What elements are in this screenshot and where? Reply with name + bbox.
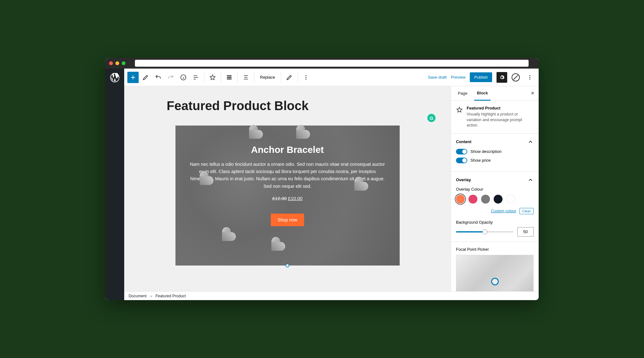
toggle-label: Show price [470, 158, 491, 163]
settings-button[interactable] [497, 72, 507, 83]
svg-point-7 [305, 79, 306, 80]
redo-icon[interactable] [165, 72, 176, 83]
colour-swatch[interactable] [456, 195, 465, 204]
product-image-decor [222, 231, 243, 252]
wp-admin-bar [105, 69, 124, 300]
align-full-icon[interactable] [224, 72, 235, 83]
page-title[interactable]: Featured Product Block [167, 99, 451, 113]
info-icon[interactable] [178, 72, 189, 83]
url-bar[interactable] [135, 60, 529, 67]
focal-point-label: Focal Point Picker [456, 247, 534, 252]
content-section-toggle[interactable]: Content [456, 139, 534, 145]
browser-window: Replace Save draft Preview Publish [105, 58, 539, 300]
colour-swatch[interactable] [481, 195, 490, 204]
maximize-window-icon[interactable] [122, 61, 125, 65]
svg-point-5 [305, 75, 306, 76]
minimize-window-icon[interactable] [115, 61, 119, 65]
titlebar [105, 58, 539, 69]
featured-product-block[interactable]: Anchor Bracelet Nam nec tellus a odio ti… [175, 126, 400, 266]
tab-block[interactable]: Block [474, 86, 490, 101]
opacity-label: Background Opacity [456, 220, 534, 225]
wordpress-logo-icon[interactable] [110, 73, 119, 82]
show-description-toggle[interactable] [456, 149, 467, 154]
add-block-button[interactable] [127, 72, 139, 83]
svg-point-10 [530, 79, 530, 80]
editor-toolbar: Replace Save draft Preview Publish [124, 69, 539, 86]
svg-rect-2 [227, 75, 232, 76]
preview-button[interactable]: Preview [451, 75, 465, 80]
shop-now-button[interactable]: Shop now [271, 214, 304, 226]
breadcrumb-root[interactable]: Document [129, 294, 147, 298]
colour-swatches [456, 195, 534, 204]
product-price: £12.00 £10.00 [272, 196, 303, 201]
breadcrumb-current[interactable]: Featured Product [155, 294, 186, 298]
align-text-icon[interactable] [240, 72, 252, 83]
show-price-toggle[interactable] [456, 158, 467, 163]
breadcrumb: Document → Featured Product [124, 291, 539, 300]
colour-swatch[interactable] [506, 195, 515, 204]
opacity-slider[interactable] [456, 231, 514, 232]
focal-point-picker[interactable] [456, 255, 534, 292]
editor-canvas[interactable]: Featured Product Block G Anchor Bracelet… [124, 86, 451, 291]
window-controls [109, 61, 125, 65]
outline-icon[interactable] [190, 72, 202, 83]
product-image-decor [271, 241, 292, 262]
block-info: Featured Product Visually highlight a pr… [456, 106, 534, 128]
colour-swatch[interactable] [469, 195, 477, 204]
svg-point-8 [530, 75, 530, 76]
arrow-icon: → [149, 294, 153, 298]
edit-pencil-icon[interactable] [284, 72, 295, 83]
star-icon [456, 106, 463, 113]
save-draft-button[interactable]: Save draft [428, 75, 447, 80]
publish-button[interactable]: Publish [470, 72, 492, 82]
overlay-colour-label: Overlay Colour [456, 187, 534, 192]
replace-button[interactable]: Replace [257, 75, 278, 80]
svg-point-9 [530, 77, 530, 78]
close-sidebar-icon[interactable]: × [531, 90, 534, 97]
overlay-section-toggle[interactable]: Overlay [456, 177, 534, 183]
focal-point-handle[interactable] [491, 278, 499, 285]
svg-rect-3 [227, 77, 232, 78]
edit-icon[interactable] [140, 72, 151, 83]
more-icon[interactable] [300, 72, 312, 83]
kebab-menu-icon[interactable] [524, 72, 536, 83]
svg-rect-4 [227, 78, 232, 79]
undo-icon[interactable] [153, 72, 164, 83]
resize-handle[interactable] [286, 264, 289, 267]
custom-colour-link[interactable]: Custom colour [491, 209, 516, 213]
clear-colour-button[interactable]: Clear [519, 208, 534, 214]
close-window-icon[interactable] [109, 61, 113, 65]
star-icon[interactable] [207, 72, 218, 83]
opacity-input[interactable] [517, 227, 534, 237]
svg-point-6 [305, 77, 306, 78]
chevron-up-icon [527, 177, 534, 183]
settings-sidebar: Page Block × Featured Product Visually h… [451, 86, 539, 291]
colour-swatch[interactable] [494, 195, 502, 204]
grammarly-icon[interactable]: G [427, 114, 436, 122]
jetpack-icon[interactable] [512, 73, 520, 81]
toggle-label: Show description [470, 149, 502, 154]
chevron-up-icon [527, 139, 534, 145]
tab-page[interactable]: Page [455, 87, 470, 100]
